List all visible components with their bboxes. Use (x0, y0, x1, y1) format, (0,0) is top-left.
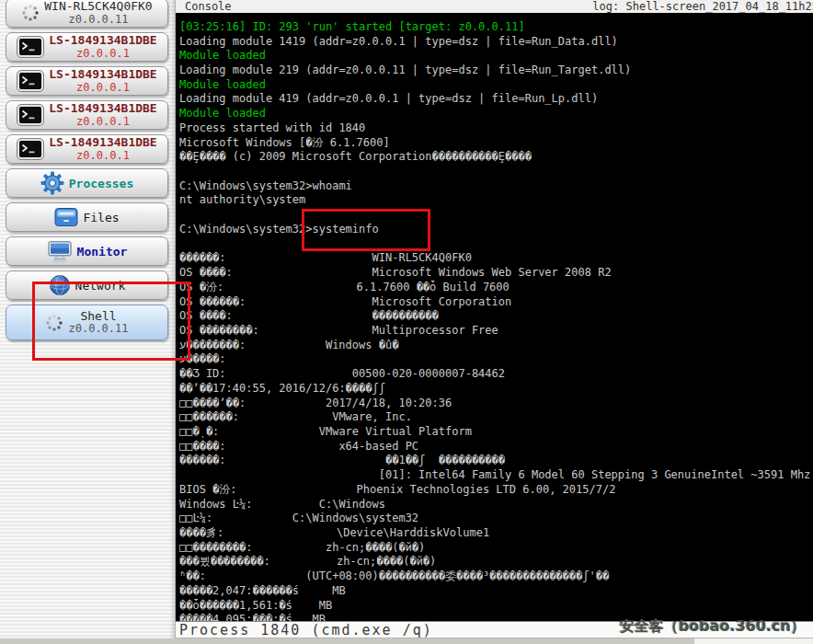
console-line: BIOS �汾: Phoenix Technologies LTD 6.00, … (179, 483, 813, 498)
console-line: Loading module 1419 (addr=z0.0.0.1 | typ… (179, 35, 813, 50)
monitor-icon (47, 241, 73, 262)
ls-hostname: LS-1849134B1DBE (49, 34, 156, 47)
terminal-icon (17, 104, 44, 126)
globe-icon (49, 274, 71, 296)
danderspritz-window: WIN-RL5CK4Q0FK0 z0.0.0.11 LS-1849134B1DB… (0, 0, 813, 638)
shell-label: Shell (80, 310, 116, 323)
console-title: Console (185, 0, 232, 13)
terminal-icon (17, 70, 44, 92)
console-line: □□������: VMware, Inc. (179, 410, 813, 425)
sidebar-item-network[interactable]: Network (6, 270, 168, 300)
console-line: ʱ��: (UTC+08:00)����������委����³��������… (179, 569, 813, 584)
console-line: Loading module 419 (addr=z0.0.0.1 | type… (179, 92, 813, 107)
sidebar-item-ls-host[interactable]: LS-1849134B1DBE z0.0.0.1 (6, 134, 168, 164)
console-line: nt authority\system (179, 193, 813, 208)
console-line: □□����ʼ��: 2017/4/18, 10:20:36 (179, 397, 813, 411)
sidebar-item-processes[interactable]: Processes (6, 168, 168, 198)
ls-address: z0.0.0.1 (76, 116, 130, 128)
sidebar-item-ls-host[interactable]: LS-1849134B1DBE z0.0.0.1 (6, 100, 168, 130)
sidebar-label-monitor: Monitor (77, 245, 128, 259)
console-line: �����4,095:���:�ś MB (179, 613, 813, 621)
console-line (179, 237, 813, 252)
console-line: ���뷨��������: zh-cn;����(�й�) (179, 555, 813, 569)
gear-icon (40, 171, 64, 195)
ls-address: z0.0.0.1 (76, 150, 130, 162)
console-panel: Console log: Shell-screen_2017_04_18_11h… (176, 0, 813, 638)
sidebar-item-ls-host[interactable]: LS-1849134B1DBE z0.0.0.1 (6, 32, 168, 62)
sidebar-label-files: Files (83, 211, 119, 224)
console-line: C:\Windows\system32>systeminfo (179, 223, 813, 237)
bottom-scroll-strip[interactable] (0, 638, 813, 644)
files-icon (54, 207, 78, 228)
console-line: [01]: Intel64 Family 6 Model 60 Stepping… (179, 468, 813, 483)
console-line: Module loaded (179, 78, 813, 93)
console-line: ��ȱ������1,561:�ś MB (179, 599, 813, 614)
ls-address: z0.0.0.1 (76, 82, 130, 94)
console-line: Module loaded (179, 107, 813, 121)
terminal-icon (17, 138, 44, 160)
target-address: z0.0.0.11 (68, 14, 128, 26)
console-line: OS ������: Microsoft Corporation (179, 295, 813, 310)
console-line: Microsoft Windows [�汾 6.1.7600] (179, 136, 813, 151)
console-line: OS ��������: Multiprocessor Free (179, 324, 813, 339)
ls-hostname: LS-1849134B1DBE (49, 136, 156, 149)
console-line: OS ����: Microsoft Windows Web Server 20… (179, 266, 813, 281)
console-line (179, 165, 813, 179)
status-bar: Process 1840 (cmd.exe /q) (176, 621, 813, 638)
spinner-icon (21, 4, 40, 22)
sidebar-item-shell[interactable]: Shell z0.0.0.11 (6, 305, 168, 340)
sidebar-item-files[interactable]: Files (6, 202, 168, 232)
ls-hostname: LS-1849134B1DBE (49, 102, 156, 115)
console-line: ��Ʒ ID: 00500-020-0000007-84462 (179, 367, 813, 382)
console-line: ������: WIN-RL5CK4Q0FK0 (179, 251, 813, 266)
sidebar-item-target-host[interactable]: WIN-RL5CK4Q0FK0 z0.0.0.11 (6, 0, 168, 28)
terminal-icon (17, 36, 44, 58)
console-line: ��ʼ��17:40:55, 2016/12/6:����ʃʃ (179, 382, 813, 397)
console-line: OS ����: ���������� (179, 309, 813, 324)
console-line: □□�ͺ�: VMware Virtual Platform (179, 425, 813, 440)
console-line: Module loaded (179, 49, 813, 63)
shell-address: z0.0.0.11 (68, 323, 128, 335)
console-line: □□��������: zh-cn;����(�й�) (179, 541, 813, 556)
console-line: [03:25:16] ID: 293 'run' started [target… (179, 20, 813, 35)
console-line: ע�����: (179, 352, 813, 367)
console-line: ����豸: \Device\HarddiskVolume1 (179, 526, 813, 541)
console-line (179, 208, 813, 223)
console-header: Console log: Shell-screen_2017_04_18_11h… (176, 0, 813, 13)
console-line: Process started with id 1840 (179, 121, 813, 136)
console-line: ע��������: Windows �û� (179, 339, 813, 353)
console-output[interactable]: [03:25:16] ID: 293 'run' started [target… (176, 13, 813, 621)
console-line: Windows Ŀ¼: C:\Windows (179, 498, 813, 512)
console-line: ������: ��1��ʃ ���������� (179, 454, 813, 468)
spinner-icon (45, 314, 63, 332)
sidebar-item-ls-host[interactable]: LS-1849134B1DBE z0.0.0.1 (6, 66, 168, 96)
sidebar-item-monitor[interactable]: Monitor (6, 236, 168, 266)
target-hostname: WIN-RL5CK4Q0FK0 (44, 0, 152, 13)
console-line: □□����: x64-based PC (179, 440, 813, 454)
log-filename: log: Shell-screen_2017_04_18_11h25 (592, 0, 813, 13)
console-line: ��Ȩ���� (c) 2009 Microsoft Corporation��… (179, 150, 813, 165)
console-line: OS �汾: 6.1.7600 ��ȱ Build 7600 (179, 281, 813, 295)
console-line: Loading module 219 (addr=z0.0.0.11 | typ… (179, 63, 813, 78)
sidebar: WIN-RL5CK4Q0FK0 z0.0.0.11 LS-1849134B1DB… (0, 0, 176, 638)
console-line: C:\Windows\system32>whoami (179, 179, 813, 194)
console-line: �����2,047:������ś MB (179, 584, 813, 599)
process-status: Process 1840 (cmd.exe /q) (179, 622, 433, 638)
ls-hostname: LS-1849134B1DBE (49, 68, 156, 81)
sidebar-label-processes: Processes (69, 177, 133, 190)
console-line: □□Ŀ¼: C:\Windows\system32 (179, 512, 813, 526)
ls-address: z0.0.0.1 (76, 48, 130, 60)
sidebar-label-network: Network (75, 279, 126, 293)
